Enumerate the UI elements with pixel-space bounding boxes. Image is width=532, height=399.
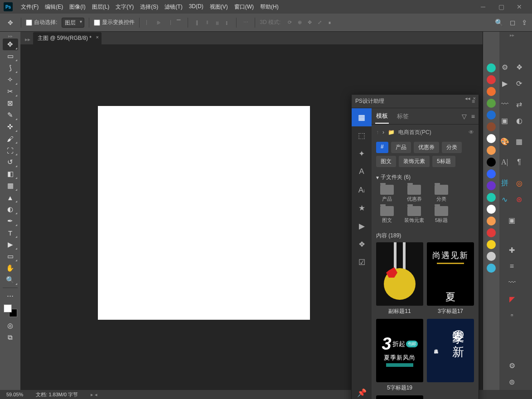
pen-tool[interactable]: ✒ (3, 215, 18, 227)
edit-toolbar-icon[interactable]: ⋯ (3, 290, 18, 302)
breadcrumb-label[interactable]: 电商首页(PC) (398, 129, 431, 136)
thumb-item[interactable]: 3折起包邮 夏季新风尚 5字标题19 (376, 319, 423, 392)
auto-select-input[interactable] (26, 19, 32, 26)
export-icon[interactable]: ▫ (508, 311, 517, 320)
filter-tag[interactable]: 图文 (376, 156, 396, 167)
3d-pan-icon[interactable]: ✥ (305, 18, 314, 27)
menu-item[interactable]: 3D(D) (186, 1, 206, 13)
auto-select-dropdown[interactable]: 图层 (62, 18, 84, 28)
blur-tool[interactable]: ▲ (3, 192, 18, 203)
3d-orbit-icon[interactable]: ⟳ (285, 18, 294, 27)
close-tab-icon[interactable]: × (96, 34, 98, 40)
list-menu-icon[interactable]: ≡ (471, 113, 475, 120)
magic-wand-tool[interactable]: ✧ (3, 74, 18, 86)
palette-icon[interactable]: 🎨 (500, 137, 509, 146)
visibility-icon[interactable]: 👁 (469, 129, 474, 135)
color-swatch[interactable] (487, 252, 496, 261)
folder-item[interactable]: 产品 (377, 185, 397, 202)
nav-up-icon[interactable]: ↑ (376, 129, 379, 135)
minimize-button[interactable]: ─ (474, 1, 492, 12)
menu-item[interactable]: 窗口(W) (232, 1, 256, 13)
align-center-h-icon[interactable]: ⫸ (154, 18, 163, 27)
menu-item[interactable]: 帮助(H) (257, 1, 281, 13)
clone-panel-icon[interactable]: 拼 (500, 178, 509, 187)
sidebar-images-icon[interactable]: ⬚ (352, 126, 372, 144)
lasso-tool[interactable]: ⟆ (3, 62, 18, 74)
color-swatch[interactable] (487, 87, 496, 96)
maximize-button[interactable]: ▢ (492, 1, 510, 12)
3d-camera-icon[interactable]: ∎ (325, 18, 334, 27)
money-icon[interactable]: ⊛ (515, 195, 524, 204)
menu-item[interactable]: 文件(F) (18, 1, 41, 13)
thumb-item[interactable]: 夏 尚遇见新 3字标题17 (427, 242, 474, 315)
levels-icon[interactable]: ≡ (508, 262, 517, 271)
rectangle-tool[interactable]: ▭ (3, 250, 18, 262)
menu-item[interactable]: 文字(Y) (113, 1, 136, 13)
grid-icon[interactable]: ▦ (515, 137, 524, 146)
search-icon[interactable]: 🔍 (495, 19, 503, 27)
adjustments-icon[interactable]: ⚙ (500, 62, 509, 72)
show-transform-checkbox[interactable]: 显示变换控件 (94, 19, 135, 26)
menu-item[interactable]: 图像(I) (67, 1, 88, 13)
color-swatch[interactable] (487, 134, 496, 143)
gear-icon[interactable]: ⚙ (508, 361, 517, 370)
distribute-3-icon[interactable]: ⫼ (213, 18, 222, 27)
marquee-tool[interactable]: ▭ (3, 50, 18, 62)
frame-tool[interactable]: ⊠ (3, 97, 18, 109)
bug-icon[interactable]: ∿ (500, 195, 509, 204)
folder-item[interactable]: 装饰元素 (404, 206, 424, 224)
align-left-icon[interactable]: ⎸ (144, 18, 153, 27)
sidebar-check-icon[interactable]: ☑ (352, 253, 372, 271)
path-selection-tool[interactable]: ▶ (3, 239, 18, 250)
brush-panel-icon[interactable]: 〰 (500, 100, 509, 109)
align-right-icon[interactable]: ⎹ (164, 18, 173, 27)
filter-icon[interactable]: ▽ (462, 113, 467, 120)
distribute-4-icon[interactable]: ⫿ (222, 18, 232, 27)
document-canvas[interactable] (98, 106, 310, 320)
folder-item[interactable]: 分类 (431, 185, 451, 202)
folder-item[interactable]: 图文 (377, 206, 397, 224)
filter-tag[interactable]: 5标题 (432, 156, 455, 167)
filter-tag[interactable]: 分类 (442, 142, 462, 153)
color-swatch[interactable] (487, 122, 496, 131)
contrast-icon[interactable]: ◐ (515, 116, 524, 125)
add-adj-icon[interactable]: ✚ (508, 245, 517, 255)
swap-icon[interactable]: ⟳ (515, 79, 524, 88)
curves-icon[interactable]: 〰 (508, 278, 517, 287)
auto-select-checkbox[interactable]: 自动选择: (26, 19, 57, 26)
more-icon[interactable]: ⋯ (241, 18, 250, 27)
align-top-icon[interactable]: ▔ (174, 18, 183, 27)
color-swatch[interactable] (487, 99, 496, 108)
clone-stamp-tool[interactable]: ⛶ (3, 144, 18, 156)
zoom-tool[interactable]: 🔍 (3, 274, 18, 286)
document-tab[interactable]: 主图 @ 59%(RGB/8) * × (33, 32, 102, 44)
folder-item[interactable]: 5标题 (431, 206, 451, 224)
eraser-tool[interactable]: ◧ (3, 168, 18, 180)
brush-tool[interactable]: 🖌 (3, 133, 18, 144)
sidebar-font-icon[interactable]: Aᵢ (352, 181, 372, 199)
menu-item[interactable]: 视图(V) (207, 1, 231, 13)
screen-mode-icon[interactable]: ◻ (510, 19, 515, 27)
character-icon[interactable]: A| (500, 158, 509, 167)
sidebar-text-icon[interactable]: A (352, 163, 372, 181)
3d-slide-icon[interactable]: ⤢ (315, 18, 324, 27)
doc-info[interactable]: 文档: 1.83M/0 字节 (36, 391, 78, 398)
hand-tool[interactable]: ✋ (3, 262, 18, 274)
thumb-item[interactable]: 副标题11 (376, 242, 423, 315)
color-swatch[interactable] (487, 146, 496, 155)
filter-tag[interactable]: # (376, 142, 388, 153)
color-swatch[interactable] (487, 205, 496, 214)
sidebar-layers-icon[interactable]: ❖ (352, 235, 372, 253)
menu-item[interactable]: 滤镜(T) (162, 1, 185, 13)
quick-mask-icon[interactable]: ◎ (3, 320, 18, 332)
folder-item[interactable]: 优惠券 (404, 185, 424, 202)
tab-template[interactable]: 模板 (375, 109, 389, 124)
cube-icon[interactable]: ▣ (500, 116, 509, 125)
sidebar-play-icon[interactable]: ▶ (352, 217, 372, 235)
menu-item[interactable]: 选择(S) (137, 1, 161, 13)
screen-mode-tool-icon[interactable]: ⧉ (3, 332, 18, 343)
panel-header[interactable]: PS设计助理 ≡ (352, 95, 479, 108)
color-swatch[interactable] (487, 216, 496, 226)
crop-tool[interactable]: ✂ (3, 86, 18, 97)
close-button[interactable]: ✕ (510, 1, 528, 12)
